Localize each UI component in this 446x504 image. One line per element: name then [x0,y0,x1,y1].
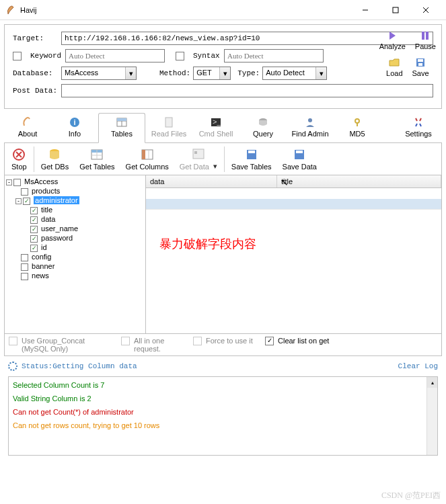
svg-rect-4 [422,32,424,40]
tree-node-administrator: administrator [34,196,79,204]
stop-button[interactable]: Stop [6,146,32,172]
tab-findadmin[interactable]: Find Admin [287,113,334,142]
svg-rect-31 [142,150,145,159]
target-label: Target: [13,34,59,42]
chevron-down-icon: ▾ [213,162,217,171]
tab-about[interactable]: About [4,113,51,142]
svg-rect-7 [418,59,423,62]
clearlist-checkbox[interactable] [265,337,274,345]
grid-col-data[interactable]: data [146,175,277,187]
method-dropdown[interactable]: GET ▾ [193,67,231,80]
data-grid[interactable]: data title ↖ 暴力破解字段内容 [146,175,441,333]
annotation-text: 暴力破解字段内容 [159,236,256,252]
target-panel: Target: Keyword Syntax Database: MsAcces… [4,24,442,109]
savetables-button[interactable]: Save Tables [226,146,277,172]
analyze-button[interactable]: Analyze [379,30,406,50]
tab-info[interactable]: iInfo [51,113,98,142]
database-label: Database: [13,69,59,77]
log-panel: Selected Column Count is 7Valid String C… [8,376,438,456]
tab-settings[interactable]: Settings [395,113,442,142]
syntax-input[interactable] [224,49,324,62]
svg-rect-15 [165,118,172,127]
tree-view[interactable]: - MsAccess products - administrator titl… [5,175,146,333]
log-line: Valid String Column is 2 [13,394,433,403]
target-input[interactable] [61,32,433,45]
svg-rect-21 [357,122,358,126]
svg-rect-38 [296,151,303,153]
tab-cmdshell[interactable]: >_Cmd Shell [192,113,239,142]
app-icon [5,5,16,15]
groupconcat-checkbox [9,337,17,345]
postdata-label: Post Data: [13,87,59,95]
cursor-icon: ↖ [281,177,289,187]
allone-checkbox [121,337,130,345]
type-dropdown[interactable]: Auto Detect ▾ [262,67,327,80]
chevron-down-icon: ▾ [219,67,230,79]
getcolumns-button[interactable]: Get Columns [120,146,174,172]
getdata-button[interactable]: Get Data ▾ [174,146,223,172]
maximize-button[interactable] [380,1,410,19]
keyword-label: Keyword [30,52,63,60]
force-checkbox [193,337,202,345]
tab-readfiles[interactable]: Read Files [145,113,192,142]
window-title: Havij [20,6,350,14]
log-line: Can not get Count(*) of administrator [13,408,433,416]
syntax-label: Syntax [193,52,221,60]
pause-button[interactable]: Pause [415,30,436,50]
database-dropdown[interactable]: MsAccess ▾ [61,67,137,80]
options-row: Use Group_Concat (MySQL Only) All in one… [4,334,442,356]
svg-text:i: i [73,118,75,126]
close-button[interactable] [410,1,441,19]
watermark: CSDN @范PEI西 [381,490,441,501]
getdbs-button[interactable]: Get DBs [36,146,75,172]
tab-md5[interactable]: MD5 [334,113,381,142]
titlebar: Havij [0,0,446,20]
tab-query[interactable]: Query [239,113,287,142]
minimize-button[interactable] [350,1,380,19]
status-text: Getting Column data [52,362,137,370]
scrollbar[interactable]: ▴ [426,377,437,455]
svg-rect-8 [418,63,422,66]
scroll-up-icon[interactable]: ▴ [427,377,437,388]
log-line: Can not get rows count, trying to get 10… [13,421,433,429]
postdata-input[interactable] [61,84,433,97]
load-button[interactable]: Load [386,57,402,77]
type-label: Type: [237,69,260,77]
svg-rect-14 [117,118,126,121]
svg-rect-34 [194,151,197,154]
keyword-input[interactable] [65,49,165,62]
svg-rect-5 [426,32,429,40]
status-bar: Status: Getting Column data Clear Log [4,356,442,376]
syntax-checkbox[interactable] [176,52,184,60]
log-line: Selected Column Count is 7 [13,381,433,389]
svg-point-19 [308,118,312,122]
spinner-icon [8,362,17,371]
grid-col-title[interactable]: title [277,175,441,187]
gettables-button[interactable]: Get Tables [74,146,120,172]
grid-row [146,199,441,210]
savedata-button[interactable]: Save Data [277,146,322,172]
method-label: Method: [159,69,190,77]
action-toolbar: Stop Get DBs Get Tables Get Columns Get … [4,143,442,175]
svg-rect-1 [393,7,398,13]
chevron-down-icon: ▾ [315,67,326,79]
clearlog-link[interactable]: Clear Log [398,362,438,370]
tab-bar: About iInfo Tables Read Files >_Cmd Shel… [4,113,442,143]
svg-rect-36 [248,151,255,153]
svg-text:>_: >_ [213,118,221,126]
chevron-down-icon: ▾ [125,67,136,79]
status-label: Status: [22,362,52,370]
tab-tables[interactable]: Tables [98,113,145,143]
keyword-checkbox[interactable] [13,52,22,60]
save-button[interactable]: Save [412,57,429,77]
